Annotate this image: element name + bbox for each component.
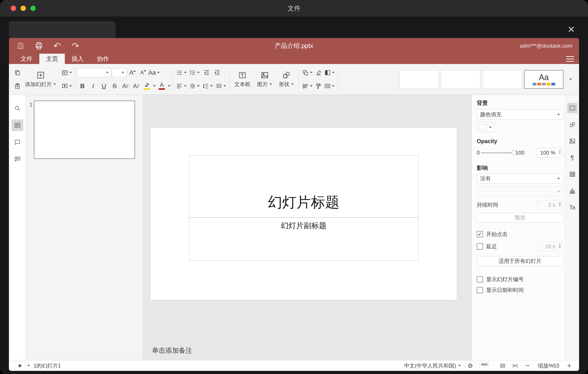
shape-button[interactable]: 形状 xyxy=(276,67,296,92)
preview-button[interactable]: 预览 xyxy=(477,213,563,222)
increase-indent-icon[interactable] xyxy=(212,68,222,78)
show-slide-number-checkbox[interactable] xyxy=(477,276,483,283)
undo-icon[interactable]: ↶ xyxy=(52,41,62,51)
fill-type-value: 颜色填充 xyxy=(480,111,502,118)
zoom-level[interactable]: 缩放%53 xyxy=(536,362,561,369)
superscript-icon[interactable]: A2 xyxy=(120,81,130,91)
bullets-icon[interactable] xyxy=(175,68,188,78)
redo-icon[interactable]: ↷ xyxy=(71,41,80,51)
font-size-combo[interactable] xyxy=(112,68,127,77)
decrease-font-icon[interactable]: A xyxy=(138,68,148,78)
vertical-align-icon[interactable] xyxy=(188,81,201,91)
clear-style-icon[interactable] xyxy=(314,68,323,78)
slideshow-options-chevron[interactable] xyxy=(27,365,30,366)
opacity-input[interactable]: 100 % xyxy=(537,148,563,157)
start-slideshow-icon[interactable] xyxy=(61,81,73,91)
comments-icon[interactable] xyxy=(12,136,23,148)
chart-settings-icon[interactable] xyxy=(567,186,578,196)
chat-icon[interactable] xyxy=(12,154,23,165)
add-slide-button[interactable]: 添加幻灯片 xyxy=(22,67,59,92)
copy-style-icon[interactable] xyxy=(314,81,323,91)
copy-icon[interactable] xyxy=(12,68,22,78)
align-shapes-icon[interactable] xyxy=(301,81,314,91)
effect-value: 没有 xyxy=(480,175,491,182)
search-icon[interactable] xyxy=(12,102,23,114)
color-scheme-icon[interactable] xyxy=(323,68,336,78)
slides-panel-icon[interactable] xyxy=(12,120,23,131)
text-box-button[interactable]: 文本框 xyxy=(232,67,253,92)
zoom-out-icon[interactable]: − xyxy=(524,362,532,370)
fit-to-slide-icon[interactable] xyxy=(499,362,507,370)
theme-sample-text: Aa xyxy=(539,73,549,81)
table-settings-icon[interactable] xyxy=(567,169,578,179)
tab-file[interactable]: 文件 xyxy=(14,54,39,64)
tab-collaborate[interactable]: 协作 xyxy=(90,54,116,64)
paragraph-settings-icon[interactable]: ¶ xyxy=(567,153,578,163)
show-date-time-checkbox[interactable] xyxy=(477,287,483,293)
font-color-icon[interactable]: A xyxy=(157,81,167,91)
image-button[interactable]: 图片 xyxy=(254,67,275,92)
opacity-slider-knob[interactable] xyxy=(512,150,516,155)
print-icon[interactable] xyxy=(34,41,44,51)
opacity-min: 0 xyxy=(477,150,480,156)
background-fill-select[interactable]: 颜色填充 xyxy=(477,109,563,120)
subscript-icon[interactable]: A2 xyxy=(131,81,141,91)
opacity-slider[interactable] xyxy=(481,153,514,153)
theme-slot-selected[interactable]: Aa xyxy=(524,70,563,89)
highlight-color-chevron[interactable] xyxy=(153,85,156,87)
slide-layout-icon[interactable] xyxy=(61,68,73,78)
horizontal-align-icon[interactable] xyxy=(175,81,188,91)
duration-input[interactable]: 2 s xyxy=(537,200,563,209)
increase-font-icon[interactable]: A xyxy=(127,68,137,78)
fit-to-width-icon[interactable] xyxy=(511,362,519,370)
document-language-icon[interactable] xyxy=(465,362,475,370)
zoom-in-icon[interactable]: + xyxy=(565,362,573,370)
text-box-label: 文本框 xyxy=(234,81,251,88)
theme-slot[interactable] xyxy=(483,70,522,89)
theme-gallery-more-icon[interactable] xyxy=(566,70,576,89)
notes-area[interactable]: 单击添加备注 xyxy=(143,341,471,360)
slide-thumbnail[interactable] xyxy=(34,101,135,159)
tab-insert[interactable]: 插入 xyxy=(65,54,90,64)
delay-input[interactable]: 10 s xyxy=(537,242,563,251)
effect-type-select[interactable] xyxy=(477,186,563,197)
save-icon[interactable] xyxy=(16,41,25,51)
start-on-click-checkbox[interactable]: ✓ xyxy=(477,231,483,237)
textart-settings-icon[interactable]: Ta xyxy=(567,202,578,212)
change-case-icon[interactable]: Aa xyxy=(149,68,159,78)
titlebar: 文件 xyxy=(0,0,588,17)
highlight-color-icon[interactable] xyxy=(142,81,152,91)
language-value: 中文(中华人民共和国) xyxy=(404,362,456,369)
columns-icon[interactable] xyxy=(215,81,227,91)
line-spacing-icon[interactable] xyxy=(201,81,214,91)
menu-icon[interactable] xyxy=(566,56,574,62)
italic-icon[interactable]: I xyxy=(88,81,98,91)
language-selector[interactable]: 中文(中华人民共和国) xyxy=(404,362,461,369)
image-settings-icon[interactable] xyxy=(567,136,578,146)
slide[interactable]: 幻灯片标题 幻灯片副标题 xyxy=(150,128,457,300)
theme-slot[interactable] xyxy=(399,70,439,89)
decrease-indent-icon[interactable] xyxy=(201,68,211,78)
slide-subtitle-placeholder[interactable]: 幻灯片副标题 xyxy=(189,218,419,261)
slide-settings-icon[interactable] xyxy=(567,103,578,113)
slide-size-icon[interactable] xyxy=(323,81,336,91)
font-name-combo[interactable] xyxy=(77,68,111,77)
start-slideshow-status-icon[interactable] xyxy=(15,362,25,370)
arrange-shapes-icon[interactable] xyxy=(301,68,314,78)
spellcheck-icon[interactable]: ABC xyxy=(480,362,490,370)
tab-home[interactable]: 主页 xyxy=(39,54,65,64)
close-icon[interactable]: × xyxy=(563,21,579,37)
numbering-icon[interactable] xyxy=(188,68,201,78)
strikethrough-icon[interactable]: S xyxy=(110,81,119,91)
shape-settings-icon[interactable] xyxy=(567,120,578,130)
theme-slot[interactable] xyxy=(441,70,480,89)
slide-title-placeholder[interactable]: 幻灯片标题 xyxy=(189,155,419,218)
font-color-chevron[interactable] xyxy=(168,85,170,87)
effect-select[interactable]: 没有 xyxy=(477,173,563,184)
bold-icon[interactable]: B xyxy=(77,81,87,91)
apply-to-all-slides-button[interactable]: 适用于所有幻灯片 xyxy=(477,256,563,266)
underline-icon[interactable]: U xyxy=(99,81,109,91)
delay-checkbox[interactable] xyxy=(477,243,483,250)
background-color-picker[interactable] xyxy=(477,122,494,132)
paste-icon[interactable] xyxy=(12,81,22,91)
